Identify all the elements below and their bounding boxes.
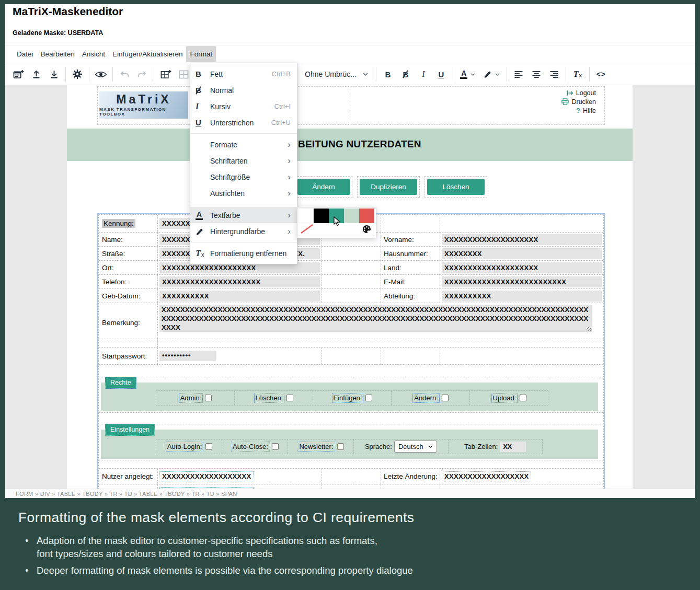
screenshot-root: MaTriX-Maskeneditor Geladene Maske: USER… — [0, 0, 700, 590]
tab-zeilen-cell: Tab-Zeilen: XX — [448, 439, 543, 454]
text-color-icon: A — [196, 211, 208, 220]
settings-gear-icon[interactable] — [68, 66, 86, 82]
menu-item-hintergrundfarbe[interactable]: Hintergrundfarbe › — [190, 223, 297, 239]
einfuegen-label: Einfügen: — [332, 393, 364, 403]
logo-title: MaTriX — [116, 94, 171, 106]
land-field[interactable]: XXXXXXXXXXXXXXXXXXXX — [442, 262, 602, 273]
underline-icon: U — [196, 118, 208, 127]
einfuegen-checkbox[interactable] — [365, 395, 372, 401]
loeschen-label: Löschen: — [254, 393, 285, 403]
button-cell: Ändern — [295, 176, 352, 198]
color-swatch-mint[interactable] — [344, 209, 359, 223]
aendern-label: Ändern: — [412, 393, 440, 403]
bemerkung-textarea[interactable]: XXXXXXXXXXXXXXXXXXXXXXXXXXXXXXXXXXXXXXXX… — [159, 305, 592, 332]
menu-bearbeiten[interactable]: Bearbeiten — [37, 46, 78, 62]
rechte-tag[interactable]: Rechte — [105, 377, 136, 389]
print-link[interactable]: Drucken — [561, 97, 596, 106]
palette-icon[interactable] — [362, 224, 372, 236]
no-color-icon[interactable] — [300, 223, 314, 237]
help-link[interactable]: ? Hilfe — [576, 106, 596, 115]
download-icon[interactable] — [45, 66, 63, 82]
menu-item-schriftgroesse[interactable]: Schriftgröße › — [190, 169, 297, 185]
caption-bullet: Deeper formatting of mask elements is po… — [25, 564, 700, 577]
hausnummer-field[interactable]: XXXXXXXX — [442, 248, 602, 259]
align-right-icon[interactable] — [545, 66, 563, 82]
menu-item-kursiv[interactable]: I Kursiv Ctrl+I — [190, 98, 297, 114]
menu-item-formate[interactable]: Formate › — [190, 136, 297, 153]
chevron-right-icon: › — [288, 172, 291, 181]
admin-checkbox[interactable] — [205, 395, 212, 401]
toolbar-separator — [65, 67, 66, 82]
menu-item-normal[interactable]: B Normal — [190, 82, 297, 98]
telefon-field[interactable]: XXXXXXXXXXXXXXXXXXXXX — [159, 276, 320, 287]
newsletter-checkbox[interactable] — [337, 443, 344, 450]
align-left-icon[interactable] — [510, 66, 527, 82]
underline-icon[interactable]: U — [432, 66, 450, 82]
form-row-letzter-login: Letzter Login: XXXXXXXXXXXXXXXXXXX — [99, 484, 603, 489]
italic-icon: I — [196, 102, 208, 111]
duplizieren-button[interactable]: Duplizieren — [360, 179, 417, 195]
auto-close-checkbox[interactable] — [272, 443, 279, 450]
form-row-spacer — [99, 364, 603, 377]
menu-item-textfarbe[interactable]: A Textfarbe › — [190, 207, 297, 223]
undo-icon[interactable] — [116, 66, 133, 82]
background-color-icon[interactable] — [480, 66, 504, 82]
color-swatch-black[interactable] — [314, 209, 329, 223]
bold-icon[interactable]: B — [379, 66, 397, 82]
clear-formatting-icon[interactable]: Tx — [569, 66, 587, 82]
gebdatum-field[interactable]: XXXXXXXXXX — [159, 291, 320, 302]
loeschen-button[interactable]: Löschen — [427, 179, 485, 195]
menu-datei[interactable]: Datei — [13, 46, 37, 62]
insert-table-icon[interactable] — [157, 66, 175, 82]
menu-item-fett[interactable]: B Fett Ctrl+B — [190, 66, 297, 82]
normal-icon[interactable]: B — [397, 66, 415, 82]
logout-link[interactable]: Logout — [567, 88, 596, 97]
upload-icon[interactable] — [27, 66, 45, 82]
menu-item-ausrichten[interactable]: Ausrichten › — [190, 185, 297, 201]
chevron-right-icon: › — [288, 189, 291, 198]
align-center-icon[interactable] — [527, 66, 545, 82]
menu-item-formatierung-entfernen[interactable]: Tx Formatierung entfernen — [190, 245, 297, 261]
vorname-field[interactable]: XXXXXXXXXXXXXXXXXXXX — [442, 234, 602, 245]
strasse-label: Straße: — [102, 250, 125, 258]
menubar: Datei Bearbeiten Ansicht Einfügen/Aktual… — [5, 45, 695, 63]
tab-zeilen-field[interactable]: XX — [500, 442, 526, 452]
block-format-dropdown[interactable]: Ohne Umbrüc... — [300, 66, 373, 82]
email-field[interactable]: XXXXXXXXXXXXXXXXXXXXXXXXXX — [442, 276, 602, 287]
abteilung-field[interactable]: XXXXXXXXXX — [442, 291, 602, 302]
slide-caption: Formatting of the mask elements accordin… — [0, 498, 700, 581]
text-color-icon[interactable]: A — [456, 66, 480, 82]
caption-bullet: Adaption of the mask editor to customer-… — [25, 534, 700, 560]
menu-item-schriftarten[interactable]: Schriftarten › — [190, 153, 297, 169]
letzte-aenderung-value[interactable]: XXXXXXXXXXXXXXXXXX — [442, 471, 531, 481]
menu-ansicht[interactable]: Ansicht — [78, 46, 109, 62]
preview-eye-icon[interactable] — [92, 66, 110, 82]
color-swatch-red[interactable] — [359, 209, 374, 223]
einstellungen-tag[interactable]: Einstellungen — [105, 424, 155, 436]
nutzer-angelegt-value[interactable]: XXXXXXXXXXXXXXXXXXX — [159, 471, 254, 481]
new-mask-icon[interactable] — [9, 66, 27, 82]
upload-checkbox[interactable] — [520, 395, 526, 401]
loeschen-checkbox[interactable] — [286, 395, 293, 401]
aendern-checkbox[interactable] — [442, 395, 449, 401]
rechte-section: Rechte Admin: Löschen: — [99, 377, 603, 412]
bold-icon: B — [196, 70, 208, 78]
user-data-form: Kennung: XXXXXXXXXXXXXXXXXXXX Name: XXXX… — [97, 213, 605, 489]
startpasswort-label: Startpasswort: — [102, 352, 147, 360]
name-label: Name: — [102, 236, 123, 244]
einstellungen-section: Einstellungen Auto-Login: Auto-Close: — [99, 424, 603, 460]
menu-item-unterstrichen[interactable]: U Unterstrichen Ctrl+U — [190, 114, 297, 131]
toolbar: Ohne Umbrüc... B B I U A — [5, 63, 695, 85]
auto-login-checkbox[interactable] — [205, 443, 212, 450]
menu-einfuegen-aktualisieren[interactable]: Einfügen/Aktualisieren — [109, 46, 186, 62]
color-swatch-white[interactable] — [299, 209, 314, 223]
startpasswort-field[interactable]: •••••••••• — [159, 351, 216, 361]
ort-label: Ort: — [102, 264, 114, 272]
sprache-select[interactable]: Deutsch — [394, 441, 437, 453]
italic-icon[interactable]: I — [415, 66, 432, 82]
form-row-spacer — [99, 460, 603, 468]
source-code-icon[interactable]: <> — [592, 66, 610, 82]
redo-icon[interactable] — [133, 66, 151, 82]
aendern-button[interactable]: Ändern — [297, 179, 350, 195]
menu-format[interactable]: Format — [186, 46, 216, 62]
